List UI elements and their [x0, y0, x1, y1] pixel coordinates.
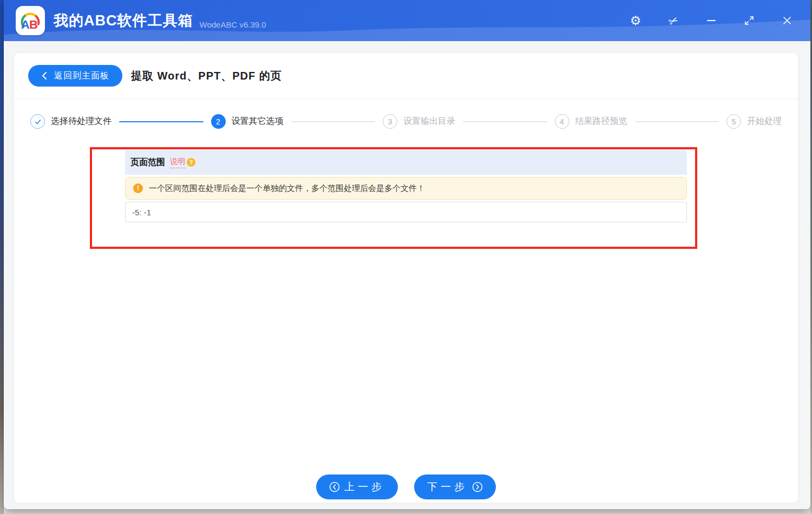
wizard-stepper: 选择待处理文件 2 设置其它选项 3 设置输出目录 4 结果路径预览 — [14, 99, 798, 147]
resize-button[interactable] — [738, 9, 761, 32]
svg-text:A: A — [21, 18, 30, 31]
red-annotation-box: 页面范围 说明 ? ! 一个区间范围在处理后会是一个单独的文件，多个范围处理后会… — [90, 147, 697, 249]
step-output-directory[interactable]: 3 设置输出目录 — [383, 114, 455, 129]
warning-text: 一个区间范围在处理后会是一个单独的文件，多个范围处理后会是多个文件！ — [149, 183, 425, 194]
next-step-button[interactable]: 下一步 — [414, 475, 496, 499]
app-title: 我的ABC软件工具箱 — [54, 11, 193, 30]
step-connector — [119, 121, 204, 122]
settings-gear-icon[interactable]: ⚙ — [624, 9, 647, 32]
step-number-badge: 5 — [726, 114, 741, 129]
back-to-dashboard-button[interactable]: 返回到主面板 — [28, 65, 122, 87]
step-other-options[interactable]: 2 设置其它选项 — [211, 114, 284, 129]
step-label: 选择待处理文件 — [51, 116, 112, 127]
step-label: 开始处理 — [747, 116, 782, 127]
step-label: 设置输出目录 — [403, 116, 455, 127]
step-connector — [463, 121, 547, 122]
step-start-processing[interactable]: 5 开始处理 — [726, 114, 782, 129]
page-range-section-header: 页面范围 说明 ? — [125, 150, 687, 175]
chevron-left-icon — [41, 71, 48, 80]
close-icon — [782, 16, 792, 25]
help-link[interactable]: 说明 — [170, 157, 185, 168]
step-done-check-icon — [30, 114, 45, 129]
card-header: 返回到主面板 提取 Word、PPT、PDF 的页 — [14, 53, 798, 99]
app-window: A B 我的ABC软件工具箱 WodeABC v6.39.0 ⚙ ✂ — [4, 0, 810, 509]
step-number-badge: 3 — [383, 114, 397, 129]
circle-chevron-right-icon — [472, 482, 483, 492]
minimize-icon — [707, 20, 716, 21]
step-label: 结果路径预览 — [575, 116, 627, 127]
circle-chevron-left-icon — [329, 482, 340, 492]
previous-step-label: 上一步 — [344, 480, 385, 494]
screenshot-scissors-icon[interactable]: ✂ — [662, 9, 685, 32]
page-title: 提取 Word、PPT、PDF 的页 — [131, 69, 282, 83]
app-logo: A B — [16, 6, 45, 35]
warning-banner: ! 一个区间范围在处理后会是一个单独的文件，多个范围处理后会是多个文件！ — [125, 177, 687, 200]
step-number-badge: 4 — [555, 114, 569, 129]
back-button-label: 返回到主面板 — [54, 70, 109, 82]
step-connector — [291, 121, 376, 122]
step-result-preview[interactable]: 4 结果路径预览 — [555, 114, 627, 129]
abc-logo-icon: A B — [18, 8, 43, 33]
titlebar-actions: ⚙ ✂ — [624, 9, 810, 32]
minimize-button[interactable] — [700, 9, 723, 32]
step-connector — [635, 121, 719, 122]
page-range-title: 页面范围 — [130, 157, 165, 168]
resize-diagonal-icon — [744, 15, 755, 26]
content-card: 返回到主面板 提取 Word、PPT、PDF 的页 选择待处理文件 2 设置其它… — [14, 52, 798, 503]
next-step-label: 下一步 — [427, 480, 468, 494]
close-button[interactable] — [776, 9, 798, 32]
app-version: WodeABC v6.39.0 — [200, 20, 266, 29]
step-select-files[interactable]: 选择待处理文件 — [30, 114, 112, 129]
desktop-edge-left — [0, 0, 4, 514]
question-mark-icon[interactable]: ? — [187, 158, 195, 167]
step-number-badge: 2 — [211, 114, 226, 129]
previous-step-button[interactable]: 上一步 — [316, 475, 398, 499]
warning-exclamation-icon: ! — [133, 183, 143, 193]
svg-text:B: B — [29, 18, 38, 31]
wizard-footer: 上一步 下一步 — [14, 475, 798, 499]
desktop: A B 我的ABC软件工具箱 WodeABC v6.39.0 ⚙ ✂ — [0, 0, 812, 514]
titlebar: A B 我的ABC软件工具箱 WodeABC v6.39.0 ⚙ ✂ — [4, 0, 810, 41]
page-range-input[interactable] — [125, 202, 687, 222]
step-label: 设置其它选项 — [232, 116, 284, 127]
